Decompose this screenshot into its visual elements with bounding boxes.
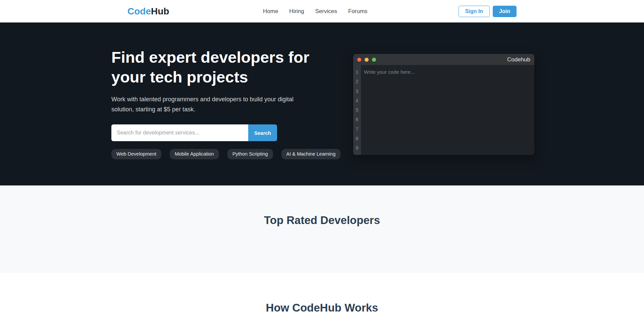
line-number: 6 <box>353 115 361 124</box>
code-editor-title: Codehub <box>507 56 530 63</box>
code-edit-area <box>361 65 534 155</box>
line-number: 9 <box>353 143 361 153</box>
line-number: 3 <box>353 87 361 96</box>
line-number: 2 <box>353 77 361 86</box>
line-number-gutter: 1 2 3 4 5 6 7 8 9 <box>353 65 361 155</box>
top-rated-developers-section: Top Rated Developers <box>0 185 644 273</box>
tag-python-scripting[interactable]: Python Scripting <box>227 149 273 159</box>
hero-title-line-2: your tech projects <box>111 67 339 87</box>
main-nav: Home Hiring Services Forums <box>263 0 368 22</box>
nav-link-home[interactable]: Home <box>263 8 278 15</box>
how-codehub-works-section: How CodeHub Works <box>0 273 644 333</box>
line-number: 8 <box>353 134 361 143</box>
logo-primary-text: Code <box>127 6 151 16</box>
tag-ai-machine-learning[interactable]: AI & Machine Learning <box>281 149 341 159</box>
line-number: 1 <box>353 67 361 77</box>
code-editor-window: Codehub 1 2 3 4 5 6 7 8 9 <box>353 54 534 155</box>
hero-subtitle: Work with talented programmers and devel… <box>111 94 339 114</box>
tag-mobile-application[interactable]: Mobile Application <box>170 149 219 159</box>
join-button[interactable]: Join <box>493 6 517 17</box>
window-minimize-icon <box>365 58 369 62</box>
popular-tags: Web Development Mobile Application Pytho… <box>111 149 339 159</box>
logo[interactable]: CodeHub <box>127 6 169 17</box>
search-input[interactable] <box>111 124 248 141</box>
line-number: 7 <box>353 124 361 134</box>
nav-link-services[interactable]: Services <box>315 8 337 15</box>
hero-subtitle-line-2: solution, starting at $5 per task. <box>111 104 339 114</box>
line-number: 5 <box>353 105 361 115</box>
code-editor-titlebar: Codehub <box>353 54 534 65</box>
hero-title-line-1: Find expert developers for <box>111 47 339 67</box>
window-maximize-icon <box>372 58 376 62</box>
window-close-icon <box>357 58 361 62</box>
tag-web-development[interactable]: Web Development <box>111 149 161 159</box>
hero-title: Find expert developers for your tech pro… <box>111 47 339 87</box>
logo-secondary-text: Hub <box>151 6 169 16</box>
how-codehub-works-heading: How CodeHub Works <box>266 301 378 314</box>
auth-buttons: Sign In Join <box>459 0 517 22</box>
nav-link-hiring[interactable]: Hiring <box>289 8 304 15</box>
search-bar: Search <box>111 124 277 141</box>
sign-in-button[interactable]: Sign In <box>459 6 490 17</box>
nav-link-forums[interactable]: Forums <box>348 8 368 15</box>
line-number: 4 <box>353 96 361 105</box>
code-input[interactable] <box>364 67 534 151</box>
hero-subtitle-line-1: Work with talented programmers and devel… <box>111 94 339 104</box>
site-header: CodeHub Home Hiring Services Forums Sign… <box>0 0 644 22</box>
hero-section: Find expert developers for your tech pro… <box>0 22 644 185</box>
top-rated-developers-heading: Top Rated Developers <box>264 214 380 227</box>
search-button[interactable]: Search <box>248 124 277 141</box>
code-editor-body: 1 2 3 4 5 6 7 8 9 <box>353 65 534 155</box>
